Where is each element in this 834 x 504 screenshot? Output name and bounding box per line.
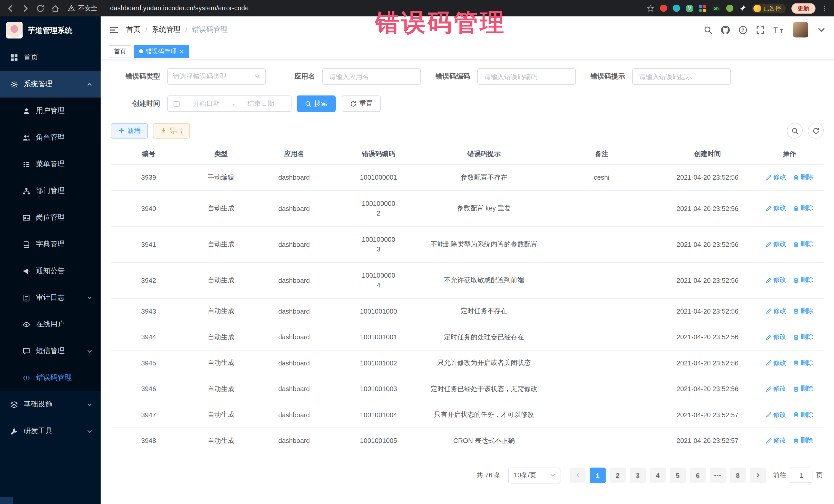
extension-icon-green[interactable]: [726, 5, 733, 12]
app-name-input[interactable]: [322, 68, 421, 85]
help-icon[interactable]: ?: [739, 25, 747, 34]
more-pages-button[interactable]: •••: [710, 467, 726, 483]
sidebar-item-notice[interactable]: 通知公告: [0, 258, 101, 284]
sidebar-item-online-user[interactable]: 在线用户: [0, 311, 101, 338]
user-avatar[interactable]: [793, 22, 808, 38]
sidebar-item-error-code[interactable]: 错误码管理: [0, 365, 101, 391]
page-button-8[interactable]: 8: [730, 467, 746, 483]
sidebar-collapse-strip[interactable]: [0, 497, 13, 504]
page-button-4[interactable]: 4: [650, 467, 666, 483]
close-icon[interactable]: ×: [180, 48, 183, 54]
sidebar-item-home[interactable]: 首页: [0, 44, 101, 71]
export-button[interactable]: 导出: [153, 123, 190, 138]
extension-icon-teal[interactable]: [673, 5, 680, 12]
reload-icon[interactable]: [36, 4, 45, 13]
vue-devtools-icon[interactable]: V: [686, 4, 694, 12]
delete-link[interactable]: 删除: [793, 307, 813, 315]
cell-app: dashboard: [256, 262, 333, 298]
app-logo[interactable]: 芋道管理系统: [0, 17, 101, 44]
extension-grid-icon[interactable]: [699, 5, 706, 12]
fullscreen-icon[interactable]: [756, 25, 765, 34]
sidebar-item-system[interactable]: 系统管理: [0, 71, 101, 97]
sidebar-item-audit-log[interactable]: 审计日志: [0, 284, 101, 311]
refresh-button[interactable]: [808, 123, 824, 138]
breadcrumb-item[interactable]: 首页: [126, 25, 140, 35]
github-icon[interactable]: [721, 25, 730, 34]
page-button-3[interactable]: 3: [630, 467, 646, 483]
prev-page-button[interactable]: [570, 467, 586, 483]
reset-button[interactable]: 重置: [342, 95, 381, 112]
edit-link[interactable]: 修改: [766, 385, 786, 393]
page-size-select[interactable]: 10条/页: [508, 467, 561, 483]
page-button-1[interactable]: 1: [590, 467, 606, 483]
page-button-2[interactable]: 2: [610, 467, 626, 483]
filter-app-name: 应用名: [266, 68, 421, 85]
pin-extension-icon[interactable]: [739, 5, 746, 12]
delete-link[interactable]: 删除: [793, 276, 813, 285]
error-hint-input[interactable]: [632, 68, 731, 85]
star-icon[interactable]: [647, 4, 654, 12]
cell-remark: [544, 376, 660, 402]
delete-link[interactable]: 删除: [793, 240, 813, 249]
sidebar-item-dev-tools[interactable]: 研发工具: [0, 418, 101, 444]
edit-link[interactable]: 修改: [766, 276, 786, 285]
table-toolbar: 新增 导出: [111, 123, 824, 138]
paused-badge[interactable]: 已暂停: [752, 3, 786, 13]
date-range-picker[interactable]: 开始日期 - 结束日期: [167, 95, 291, 112]
search-button[interactable]: 搜索: [297, 95, 336, 112]
delete-link[interactable]: 删除: [793, 358, 813, 367]
page-button-6[interactable]: 6: [690, 467, 706, 483]
sidebar-item-sms[interactable]: 短信管理: [0, 338, 101, 365]
delete-link[interactable]: 删除: [793, 204, 813, 213]
delete-link[interactable]: 删除: [793, 410, 813, 419]
sidebar-item-role[interactable]: 角色管理: [0, 124, 101, 151]
chevron-down-icon[interactable]: [817, 25, 826, 34]
error-code-input[interactable]: [477, 68, 576, 85]
extension-icon-red[interactable]: [660, 5, 667, 12]
edit-link[interactable]: 修改: [766, 410, 786, 419]
cell-hint: 只允许修改为开启或者关闭状态: [424, 350, 544, 376]
home-icon[interactable]: [51, 4, 60, 13]
cell-app: dashboard: [256, 324, 333, 350]
search-icon[interactable]: [704, 25, 712, 34]
cell-id: 3948: [111, 428, 186, 454]
active-dot: [139, 49, 143, 53]
sidebar-item-dept[interactable]: 部门管理: [0, 178, 101, 204]
delete-link[interactable]: 删除: [793, 173, 813, 182]
edit-link[interactable]: 修改: [766, 307, 786, 315]
update-button[interactable]: 更新: [791, 3, 815, 14]
forward-icon[interactable]: [21, 4, 30, 13]
delete-link[interactable]: 删除: [793, 436, 813, 445]
back-icon[interactable]: [6, 4, 15, 13]
delete-link[interactable]: 删除: [793, 333, 813, 341]
edit-link[interactable]: 修改: [766, 436, 786, 445]
tab-home[interactable]: 首页: [109, 45, 131, 58]
sidebar-item-menu[interactable]: 菜单管理: [0, 151, 101, 178]
cell-id: 3944: [111, 324, 186, 350]
next-page-button[interactable]: [750, 467, 766, 483]
sidebar-item-post[interactable]: 岗位管理: [0, 204, 101, 231]
edit-link[interactable]: 修改: [766, 173, 786, 182]
add-button[interactable]: 新增: [111, 123, 148, 138]
edit-link[interactable]: 修改: [766, 333, 786, 341]
kebab-menu-icon[interactable]: [821, 5, 828, 12]
breadcrumb-item[interactable]: 系统管理: [152, 25, 181, 35]
tab-error-code[interactable]: 错误码管理×: [134, 45, 189, 58]
edit-link[interactable]: 修改: [766, 204, 786, 213]
url-text[interactable]: dashboard.yudao.iocoder.cn/system/error-…: [110, 5, 249, 12]
edit-link[interactable]: 修改: [766, 358, 786, 367]
font-size-icon[interactable]: TT: [773, 25, 784, 34]
edit-link[interactable]: 修改: [766, 240, 786, 249]
search-toggle-button[interactable]: [787, 123, 803, 138]
sidebar-item-user[interactable]: 用户管理: [0, 97, 101, 124]
hamburger-icon[interactable]: [109, 25, 118, 35]
divider: [104, 4, 104, 12]
site-security-chip[interactable]: 不安全: [68, 4, 97, 13]
sidebar-item-dict[interactable]: 字典管理: [0, 231, 101, 258]
switch-extension-icon[interactable]: on: [712, 5, 720, 12]
sidebar-item-infra[interactable]: 基础设施: [0, 391, 101, 418]
goto-page-input[interactable]: [790, 467, 812, 483]
page-button-5[interactable]: 5: [670, 467, 686, 483]
error-type-select[interactable]: 请选择错误码类型: [167, 68, 266, 85]
delete-link[interactable]: 删除: [793, 385, 813, 393]
